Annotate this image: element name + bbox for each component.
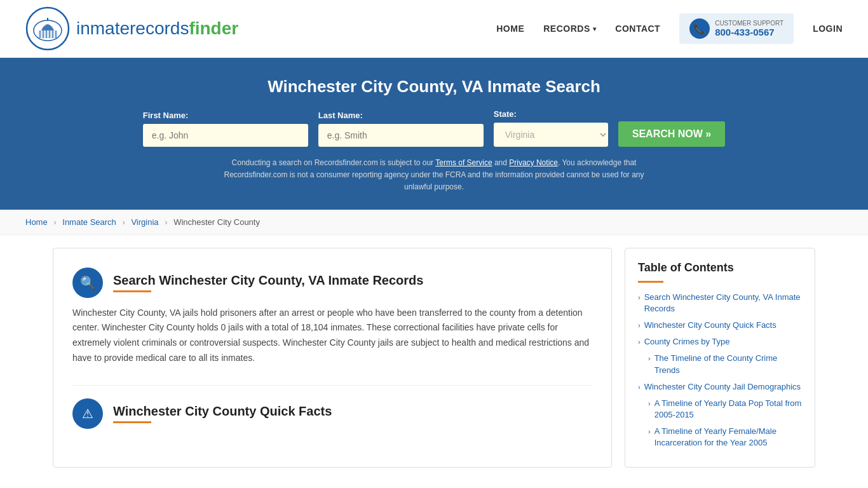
breadcrumb-home[interactable]: Home: [25, 217, 48, 227]
section-header-inmate: 🔍 Search Winchester City County, VA Inma…: [72, 268, 592, 298]
section-title-group: Search Winchester City County, VA Inmate…: [113, 273, 423, 292]
breadcrumb-inmate-search[interactable]: Inmate Search: [62, 217, 116, 227]
state-select[interactable]: Virginia Alabama Alaska Arizona Californ…: [494, 123, 608, 147]
search-form: First Name: Last Name: State: Virginia A…: [25, 109, 843, 147]
quick-facts-section: ⚠ Winchester City County Quick Facts: [72, 398, 592, 429]
svg-rect-7: [49, 30, 50, 38]
chevron-icon-4: ›: [648, 354, 651, 363]
state-label: State:: [494, 109, 608, 119]
breadcrumb: Home › Inmate Search › Virginia › Winche…: [0, 210, 868, 235]
chevron-icon-3: ›: [638, 337, 641, 347]
toc-title: Table of Contents: [638, 261, 802, 274]
toc-link-2[interactable]: › Winchester City County Quick Facts: [638, 320, 802, 331]
main-nav: HOME RECORDS ▾ CONTACT 📞 CUSTOMER SUPPOR…: [496, 13, 843, 44]
toc-link-3[interactable]: › County Crimes by Type: [638, 336, 802, 348]
svg-rect-9: [55, 30, 57, 38]
main-content: 🔍 Search Winchester City County, VA Inma…: [27, 235, 841, 480]
section-header-facts: ⚠ Winchester City County Quick Facts: [72, 398, 592, 429]
customer-support-box: 📞 CUSTOMER SUPPORT 800-433-0567: [679, 13, 794, 44]
section-divider: [72, 385, 592, 386]
toc-link-4[interactable]: › The Timeline of the County Crime Trend…: [648, 353, 802, 376]
table-of-contents: Table of Contents › Search Winchester Ci…: [625, 248, 815, 468]
toc-item-3: › County Crimes by Type: [638, 336, 802, 348]
title-underline: [113, 290, 151, 292]
breadcrumb-current: Winchester City County: [173, 217, 260, 227]
nav-login[interactable]: LOGIN: [813, 24, 843, 34]
chevron-icon-2: ›: [638, 321, 641, 330]
last-name-label: Last Name:: [318, 111, 484, 120]
title-underline-facts: [113, 421, 151, 423]
nav-home[interactable]: HOME: [496, 24, 524, 34]
breadcrumb-sep-3: ›: [165, 217, 167, 227]
first-name-input[interactable]: [143, 124, 308, 147]
toc-underline: [638, 281, 663, 283]
chevron-icon-6: ›: [648, 399, 651, 409]
nav-records[interactable]: RECORDS ▾: [543, 24, 596, 34]
search-section-icon: 🔍: [72, 268, 103, 298]
toc-item-5: › Winchester City County Jail Demographi…: [638, 381, 802, 393]
hero-title: Winchester City County, VA Inmate Search: [25, 77, 843, 97]
svg-rect-8: [52, 30, 53, 38]
logo-wordmark: inmaterecordsfinder: [76, 18, 238, 39]
support-phone: CUSTOMER SUPPORT 800-433-0567: [715, 20, 783, 37]
hero-disclaimer: Conducting a search on Recordsfinder.com…: [212, 157, 656, 194]
toc-item-4: › The Timeline of the County Crime Trend…: [638, 353, 802, 376]
svg-rect-3: [47, 18, 48, 21]
svg-rect-5: [43, 30, 44, 38]
site-header: inmaterecordsfinder HOME RECORDS ▾ CONTA…: [0, 0, 868, 58]
logo-icon: [25, 6, 70, 51]
first-name-label: First Name:: [143, 111, 308, 120]
toc-item-7: › A Timeline of Yearly Female/Male Incar…: [638, 426, 802, 449]
toc-item-2: › Winchester City County Quick Facts: [638, 320, 802, 331]
chevron-icon-7: ›: [648, 427, 651, 437]
chevron-icon-1: ›: [638, 293, 641, 302]
hero-section: Winchester City County, VA Inmate Search…: [0, 58, 868, 210]
privacy-link[interactable]: Privacy Notice: [509, 158, 558, 167]
breadcrumb-virginia[interactable]: Virginia: [131, 217, 158, 227]
svg-rect-4: [39, 30, 41, 38]
breadcrumb-sep-1: ›: [53, 217, 56, 227]
toc-item-6: › A Timeline of Yearly Data Pop Total fr…: [638, 398, 802, 421]
toc-item-1: › Search Winchester City County, VA Inma…: [638, 292, 802, 315]
nav-contact[interactable]: CONTACT: [615, 24, 660, 34]
inmate-records-body: Winchester City County, VA jails hold pr…: [72, 306, 592, 366]
last-name-group: Last Name:: [318, 111, 484, 147]
toc-link-7[interactable]: › A Timeline of Yearly Female/Male Incar…: [648, 426, 802, 449]
chevron-icon-5: ›: [638, 383, 641, 392]
quick-facts-title: Winchester City County Quick Facts: [113, 404, 332, 419]
toc-link-1[interactable]: › Search Winchester City County, VA Inma…: [638, 292, 802, 315]
svg-rect-2: [38, 30, 57, 38]
warning-section-icon: ⚠: [72, 398, 103, 429]
records-dropdown-icon: ▾: [593, 25, 597, 32]
toc-link-5[interactable]: › Winchester City County Jail Demographi…: [638, 381, 802, 393]
breadcrumb-sep-2: ›: [122, 217, 125, 227]
logo[interactable]: inmaterecordsfinder: [25, 6, 238, 51]
state-group: State: Virginia Alabama Alaska Arizona C…: [494, 109, 608, 147]
first-name-group: First Name:: [143, 111, 308, 147]
last-name-input[interactable]: [318, 124, 484, 147]
toc-link-6[interactable]: › A Timeline of Yearly Data Pop Total fr…: [648, 398, 802, 421]
toc-list: › Search Winchester City County, VA Inma…: [638, 292, 802, 449]
svg-rect-6: [46, 30, 47, 38]
phone-icon: 📞: [689, 18, 710, 39]
article: 🔍 Search Winchester City County, VA Inma…: [53, 248, 612, 468]
inmate-records-title: Search Winchester City County, VA Inmate…: [113, 273, 423, 288]
terms-link[interactable]: Terms of Service: [435, 158, 492, 167]
inmate-records-section: 🔍 Search Winchester City County, VA Inma…: [72, 268, 592, 366]
section-title-group-facts: Winchester City County Quick Facts: [113, 404, 332, 423]
search-now-button[interactable]: SEARCH NOW »: [618, 121, 725, 147]
